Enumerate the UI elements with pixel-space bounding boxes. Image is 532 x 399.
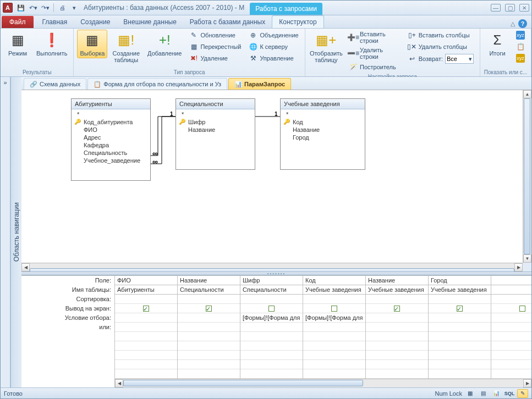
grid-sort-cell[interactable] [178, 295, 240, 304]
grid-cell[interactable] [429, 351, 491, 360]
grid-table-cell[interactable]: Специальности [178, 285, 240, 295]
table-box[interactable]: Специальности*🔑ШифрНазвание [175, 98, 255, 170]
grid-cell[interactable] [240, 351, 303, 360]
grid-cell[interactable] [115, 332, 177, 341]
grid-cell[interactable] [303, 351, 365, 360]
grid-table-cell[interactable]: Учебные заведения [303, 285, 365, 295]
design-canvas[interactable]: Абитуриенты*🔑Код_абитуриентаФИОАдресКафе… [21, 90, 523, 263]
qat-dropdown-icon[interactable]: ▾ [69, 3, 79, 13]
grid-show-cell[interactable] [491, 304, 531, 313]
show-table-button[interactable]: ▦+ Отобразить таблицу [309, 30, 344, 65]
tab-designer[interactable]: Конструктор [272, 15, 323, 28]
field-item[interactable]: * [177, 110, 254, 118]
tab-external-data[interactable]: Внешние данные [117, 16, 183, 28]
grid-cell[interactable] [366, 360, 428, 369]
grid-sort-cell[interactable] [240, 295, 303, 304]
insert-cols-button[interactable]: ▯+Вставить столбцы [405, 30, 476, 41]
checkbox-icon[interactable] [457, 306, 463, 312]
totals-button[interactable]: Σ Итоги [484, 30, 511, 58]
grid-cell[interactable] [491, 369, 531, 379]
field-item[interactable]: ФИО [73, 126, 149, 134]
run-button[interactable]: ❗ Выполнить [34, 30, 70, 58]
grid-cell[interactable] [303, 341, 365, 351]
grid-cell[interactable] [429, 341, 491, 351]
field-item[interactable]: Кафедра [73, 141, 149, 149]
grid-criteria-cell[interactable] [491, 313, 531, 323]
grid-hscroll[interactable]: ◀ ▶ [115, 379, 531, 387]
grid-or-cell[interactable] [115, 323, 177, 332]
union-button[interactable]: ⊕Объединение [246, 30, 301, 41]
checkbox-icon[interactable] [394, 306, 400, 312]
field-item[interactable]: 🔑Код [282, 118, 364, 126]
make-table-button[interactable]: ▦! Создание таблицы [109, 30, 142, 65]
grid-column[interactable]: Название Специальности [178, 276, 240, 379]
grid-show-cell[interactable] [178, 304, 240, 313]
passthrough-button[interactable]: 🌐К серверу [246, 41, 301, 52]
tablenames-button[interactable]: xyz [513, 53, 528, 64]
table-title[interactable]: Учебные заведения [281, 99, 365, 109]
table-box[interactable]: Абитуриенты*🔑Код_абитуриентаФИОАдресКафе… [71, 98, 151, 181]
nav-pane[interactable]: Область навигации [10, 77, 21, 387]
grid-criteria-cell[interactable] [429, 313, 491, 323]
grid-cell[interactable] [366, 341, 428, 351]
view-mode-button[interactable]: ▦ Режим [4, 30, 31, 58]
scroll-track[interactable] [523, 98, 531, 254]
grid-table-cell[interactable] [491, 285, 531, 295]
grid-cell[interactable] [178, 341, 240, 351]
file-tab[interactable]: Файл [2, 16, 34, 28]
close-button[interactable]: ✕ [519, 4, 529, 12]
grid-field-cell[interactable]: Код [303, 276, 365, 285]
grid-criteria-cell[interactable] [366, 313, 428, 323]
grid-table-cell[interactable]: Учебные заведения [366, 285, 428, 295]
grid-table-cell[interactable]: Учебные заведения [429, 285, 491, 295]
grid-cell[interactable] [178, 351, 240, 360]
scroll-right-icon[interactable]: ▶ [514, 263, 523, 271]
ribbon-minimize-icon[interactable]: △ [511, 20, 515, 27]
sql-view-button[interactable]: SQL [504, 389, 515, 398]
redo-icon[interactable]: ↷▾ [40, 3, 50, 13]
grid-show-cell[interactable] [303, 304, 365, 313]
design-vscroll[interactable]: ▲ ▼ [523, 90, 531, 263]
grid-field-cell[interactable]: Шифр [240, 276, 303, 285]
table-box[interactable]: Учебные заведения*🔑КодНазваниеГород [280, 98, 365, 170]
grid-or-cell[interactable] [366, 323, 428, 332]
grid-cell[interactable] [115, 360, 177, 369]
datadef-button[interactable]: ⚒Управление [246, 53, 301, 64]
pivot-view-icon[interactable]: ▤ [478, 389, 489, 398]
grid-field-cell[interactable] [491, 276, 531, 285]
grid-sort-cell[interactable] [491, 295, 531, 304]
grid-cell[interactable] [178, 360, 240, 369]
chevron-down-icon[interactable]: ▾ [469, 56, 472, 63]
field-item[interactable]: * [282, 110, 364, 118]
grid-column[interactable]: Название Учебные заведения [366, 276, 429, 379]
scroll-thumb[interactable] [30, 268, 514, 272]
grid-cell[interactable] [178, 369, 240, 379]
grid-cell[interactable] [366, 332, 428, 341]
scroll-left-icon[interactable]: ◀ [21, 263, 30, 271]
doc-tab[interactable]: 🔗Схема данных [24, 78, 86, 90]
grid-cell[interactable] [240, 341, 303, 351]
table-title[interactable]: Абитуриенты [72, 99, 150, 109]
grid-show-cell[interactable] [240, 304, 303, 313]
checkbox-icon[interactable] [519, 306, 525, 312]
design-hscroll[interactable]: ◀ ▶ [21, 263, 523, 271]
grid-or-cell[interactable] [429, 323, 491, 332]
grid-cell[interactable] [491, 360, 531, 369]
checkbox-icon[interactable] [143, 306, 149, 312]
query-design-area[interactable]: Абитуриенты*🔑Код_абитуриентаФИОАдресКафе… [21, 90, 531, 271]
return-combo[interactable]: ↩ Возврат: ▾ [405, 53, 476, 65]
scroll-down-icon[interactable]: ▼ [523, 254, 531, 263]
grid-or-cell[interactable] [491, 323, 531, 332]
field-item[interactable]: Город [282, 134, 364, 141]
save-icon[interactable]: 💾 [16, 3, 26, 13]
grid-cell[interactable] [115, 341, 177, 351]
grid-or-cell[interactable] [178, 323, 240, 332]
print-icon[interactable]: 🖨 [57, 3, 67, 13]
update-button[interactable]: ✎Обновление [187, 30, 244, 41]
return-input[interactable]: ▾ [445, 54, 474, 64]
delete-cols-button[interactable]: ▯✕Удалить столбцы [405, 41, 476, 52]
nav-pane-toggle[interactable]: » [1, 77, 10, 387]
grid-show-cell[interactable] [429, 304, 491, 313]
design-view-icon[interactable]: ✎ [517, 389, 528, 398]
grid-cell[interactable] [429, 332, 491, 341]
